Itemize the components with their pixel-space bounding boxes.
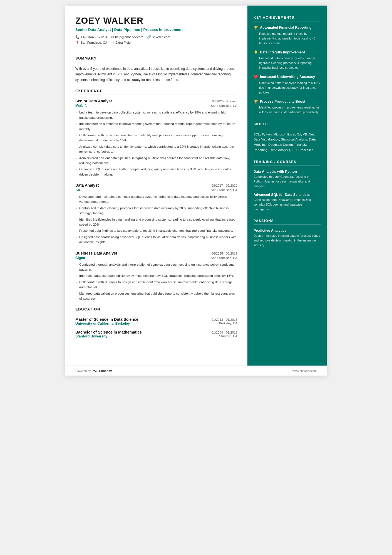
edu-location-2: Stanford, CA xyxy=(219,334,237,338)
achievement-2: ❤️ Increased Underwriting Accuracy Condu… xyxy=(254,75,321,95)
bullet-2-3: Identified inefficiencies in data handli… xyxy=(79,217,237,227)
footer-website: www.enhancv.com xyxy=(292,369,317,373)
achievement-desc-3: Identified process improvements resultin… xyxy=(254,105,321,115)
achievement-icon-2: ❤️ xyxy=(254,75,258,79)
exp-item-3: Business Data Analyst 06/2015 - 08/2017 … xyxy=(75,251,237,301)
exp-company-2: AIG xyxy=(75,188,81,192)
course-1: Advanced SQL for Data Scientists Certifi… xyxy=(254,193,321,212)
exp-title-3: Business Data Analyst xyxy=(75,251,117,255)
passions-section: PASSIONS Predictive Analytics Deeply int… xyxy=(254,219,321,248)
phone-text: +1-(234)-555-1234 xyxy=(81,35,107,39)
extra-item: ☆ Extra Field xyxy=(111,41,131,45)
exp-location-2: San Francisco, CA xyxy=(211,188,237,192)
exp-dates-1: 03/2020 - Present xyxy=(212,100,237,103)
bullet-3-2: Improved database query efficiency by im… xyxy=(79,273,237,278)
achievement-title-3: Process Productivity Boost xyxy=(260,99,305,104)
exp-item-2: Data Analyst 09/2017 - 02/2020 AIG San F… xyxy=(75,183,237,245)
passions-label: PASSIONS xyxy=(254,219,321,225)
exp-company-row-2: AIG San Francisco, CA xyxy=(75,188,237,192)
exp-location-3: San Francisco, CA xyxy=(211,256,237,260)
left-content: SUMMARY With over 5 years of experience … xyxy=(65,56,247,338)
achievement-title-row-1: 💡 Data Integrity Improvement xyxy=(254,50,321,55)
contact-line: 📞 +1-(234)-555-1234 ✉ help@enhancv.com 🔗… xyxy=(75,35,237,39)
bullet-1-4: Analyzed complex data sets to identify p… xyxy=(79,144,237,154)
course-title-0: Data Analysis with Python xyxy=(254,170,321,174)
location-text: San Francisco, CA xyxy=(81,41,107,44)
bullet-2-2: Contributed to data cleaning protocols t… xyxy=(79,206,237,216)
footer-left: Powered by Enhancv xyxy=(75,369,112,373)
right-column: KEY ACHIEVEMENTS 🏆 Automated Financial R… xyxy=(247,6,327,376)
passion-desc-0: Deeply interested in using data to forec… xyxy=(254,233,321,248)
experience-section: EXPERIENCE Senior Data Analyst 03/2020 -… xyxy=(75,89,237,301)
achievement-icon-0: 🏆 xyxy=(254,26,258,30)
exp-bullets-3: Conducted thorough analysis and interpre… xyxy=(75,262,237,301)
footer: Powered by Enhancv www.enhancv.com xyxy=(65,366,327,376)
edu-school-2: Stanford University xyxy=(75,334,107,338)
exp-bullets-2: Developed and maintained complex databas… xyxy=(75,194,237,245)
candidate-title: Senior Data Analyst | Data Pipelines | P… xyxy=(75,28,237,32)
education-section: EDUCATION Master of Science in Data Scie… xyxy=(75,307,237,338)
achievement-title-row-0: 🏆 Automated Financial Reporting xyxy=(254,25,321,30)
email-icon: ✉ xyxy=(111,35,114,39)
edu-header-1: Master of Science in Data Science 01/201… xyxy=(75,317,237,322)
summary-section: SUMMARY With over 5 years of experience … xyxy=(75,56,237,83)
edu-school-row-2: Stanford University Stanford, CA xyxy=(75,334,237,338)
edu-dates-2: 01/2009 - 01/2013 xyxy=(212,331,237,334)
linkedin-item: 🔗 linkedin.com xyxy=(147,35,170,39)
achievement-title-0: Automated Financial Reporting xyxy=(260,25,311,30)
course-desc-1: Certification from DataCamp, emphasizing… xyxy=(254,198,321,212)
star-icon: ☆ xyxy=(111,41,114,45)
linkedin-icon: 🔗 xyxy=(147,35,151,39)
achievement-desc-1: Enhanced data accuracy by 28% through ri… xyxy=(254,56,321,70)
exp-company-row-3: Cigna San Francisco, CA xyxy=(75,256,237,260)
location-item: 📍 San Francisco, CA xyxy=(75,41,107,45)
exp-company-1: MetLife xyxy=(75,104,88,108)
bullet-1-3: Collaborated with cross-functional teams… xyxy=(79,133,237,143)
achievement-desc-0: Reduced manual reporting times by implem… xyxy=(254,31,321,46)
achievements-section: KEY ACHIEVEMENTS 🏆 Automated Financial R… xyxy=(254,16,321,115)
skills-label: SKILLS xyxy=(254,122,321,128)
bullet-3-4: Managed data validation processes, ensur… xyxy=(79,291,237,301)
exp-dates-3: 06/2015 - 08/2017 xyxy=(212,252,237,255)
phone-item: 📞 +1-(234)-555-1234 xyxy=(75,35,107,39)
summary-title: SUMMARY xyxy=(75,56,237,62)
skills-text: SQL, Python, Microsoft Excel, C#, VB .Ne… xyxy=(254,132,321,153)
achievement-1: 💡 Data Integrity Improvement Enhanced da… xyxy=(254,50,321,70)
edu-header-2: Bachelor of Science in Mathematics 01/20… xyxy=(75,330,237,334)
achievement-icon-3: 🏆 xyxy=(254,100,258,104)
exp-company-3: Cigna xyxy=(75,256,85,260)
email-text: help@enhancv.com xyxy=(115,35,143,39)
candidate-name: ZOEY WALKER xyxy=(75,16,237,26)
achievement-icon-1: 💡 xyxy=(254,50,258,55)
bullet-1-5: Administered efficient data pipelines, i… xyxy=(79,156,237,166)
phone-icon: 📞 xyxy=(75,35,80,39)
left-column: ZOEY WALKER Senior Data Analyst | Data P… xyxy=(65,6,247,376)
training-section: TRAINING / COURSES Data Analysis with Py… xyxy=(254,160,321,211)
exp-company-row-1: MetLife San Francisco, CA xyxy=(75,104,237,108)
location-icon: 📍 xyxy=(75,41,80,45)
bullet-2-1: Developed and maintained complex databas… xyxy=(79,194,237,204)
achievement-title-1: Data Integrity Improvement xyxy=(260,50,305,55)
course-title-1: Advanced SQL for Data Scientists xyxy=(254,193,321,197)
education-title: EDUCATION xyxy=(75,307,237,313)
passion-0: Predictive Analytics Deeply interested i… xyxy=(254,229,321,248)
experience-title: EXPERIENCE xyxy=(75,89,237,95)
bullet-2-5: Designed dashboards using advanced SQL q… xyxy=(79,235,237,245)
email-item: ✉ help@enhancv.com xyxy=(111,35,143,39)
exp-bullets-1: Led a team to develop data collection sy… xyxy=(75,110,237,177)
edu-school-1: University of California, Berkeley xyxy=(75,322,130,325)
exp-title-2: Data Analyst xyxy=(75,183,99,188)
skills-section: SKILLS SQL, Python, Microsoft Excel, C#,… xyxy=(254,122,321,153)
achievements-label: KEY ACHIEVEMENTS xyxy=(254,16,321,21)
achievement-title-row-3: 🏆 Process Productivity Boost xyxy=(254,99,321,104)
extra-text: Extra Field xyxy=(115,41,131,44)
bullet-3-3: Collaborated with IT teams to design and… xyxy=(79,280,237,290)
edu-location-1: Berkeley, CA xyxy=(219,322,237,325)
header-section: ZOEY WALKER Senior Data Analyst | Data P… xyxy=(65,6,247,50)
achievement-0: 🏆 Automated Financial Reporting Reduced … xyxy=(254,25,321,46)
powered-by-text: Powered by xyxy=(75,369,91,373)
achievement-title-row-2: ❤️ Increased Underwriting Accuracy xyxy=(254,75,321,80)
exp-header-1: Senior Data Analyst 03/2020 - Present xyxy=(75,99,237,103)
exp-header-3: Business Data Analyst 06/2015 - 08/2017 xyxy=(75,251,237,255)
exp-header-2: Data Analyst 09/2017 - 02/2020 xyxy=(75,183,237,188)
